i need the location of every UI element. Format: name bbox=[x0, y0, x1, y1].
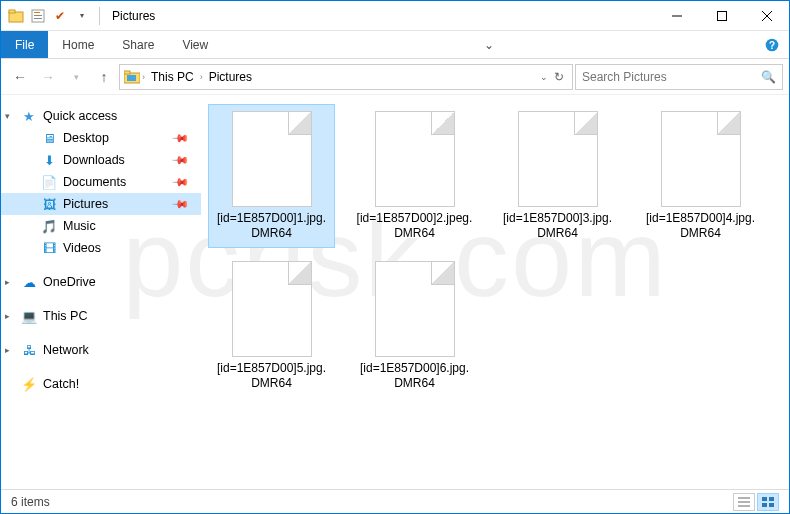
nav-label: Desktop bbox=[63, 131, 109, 145]
nav-label: Documents bbox=[63, 175, 126, 189]
file-name: [id=1E857D00]1.jpg.DMR64 bbox=[209, 211, 334, 247]
tab-view[interactable]: View bbox=[168, 31, 222, 58]
star-icon: ★ bbox=[21, 108, 37, 124]
pin-icon: 📌 bbox=[170, 150, 189, 169]
nav-desktop[interactable]: 🖥 Desktop 📌 bbox=[1, 127, 201, 149]
nav-label: Quick access bbox=[43, 109, 117, 123]
file-item[interactable]: [id=1E857D00]3.jpg.DMR64 bbox=[495, 105, 620, 247]
item-count: 6 items bbox=[11, 495, 50, 509]
svg-rect-19 bbox=[769, 497, 774, 501]
nav-videos[interactable]: 🎞 Videos bbox=[1, 237, 201, 259]
title-bar: ✔ ▾ Pictures bbox=[1, 1, 789, 31]
expand-ribbon-icon[interactable]: ⌄ bbox=[474, 31, 504, 58]
file-name: [id=1E857D00]2.jpeg.DMR64 bbox=[352, 211, 477, 247]
file-name: [id=1E857D00]4.jpg.DMR64 bbox=[638, 211, 763, 247]
ribbon: File Home Share View ⌄ ? bbox=[1, 31, 789, 59]
qat-check-icon[interactable]: ✔ bbox=[51, 7, 69, 25]
details-view-button[interactable] bbox=[733, 493, 755, 511]
file-thumb-icon bbox=[375, 111, 455, 207]
help-icon[interactable]: ? bbox=[755, 31, 789, 58]
nav-label: OneDrive bbox=[43, 275, 96, 289]
nav-catch[interactable]: ⚡ Catch! bbox=[1, 373, 201, 395]
documents-icon: 📄 bbox=[41, 174, 57, 190]
folder-icon bbox=[124, 69, 140, 85]
network-icon: 🖧 bbox=[21, 342, 37, 358]
chevron-right-icon[interactable]: ▸ bbox=[5, 277, 10, 287]
pin-icon: 📌 bbox=[170, 172, 189, 191]
crumb-sep: › bbox=[200, 72, 203, 82]
chevron-right-icon[interactable]: ▸ bbox=[5, 311, 10, 321]
refresh-icon[interactable]: ↻ bbox=[554, 70, 564, 84]
file-item[interactable]: [id=1E857D00]1.jpg.DMR64 bbox=[209, 105, 334, 247]
file-name: [id=1E857D00]5.jpg.DMR64 bbox=[209, 361, 334, 397]
svg-rect-3 bbox=[34, 12, 40, 13]
music-icon: 🎵 bbox=[41, 218, 57, 234]
tab-home[interactable]: Home bbox=[48, 31, 108, 58]
nav-downloads[interactable]: ⬇ Downloads 📌 bbox=[1, 149, 201, 171]
file-item[interactable]: [id=1E857D00]2.jpeg.DMR64 bbox=[352, 105, 477, 247]
file-name: [id=1E857D00]3.jpg.DMR64 bbox=[495, 211, 620, 247]
properties-icon[interactable] bbox=[29, 7, 47, 25]
svg-rect-4 bbox=[34, 15, 42, 16]
tab-file[interactable]: File bbox=[1, 31, 48, 58]
forward-button[interactable]: → bbox=[35, 64, 61, 90]
thumbnails-view-button[interactable] bbox=[757, 493, 779, 511]
file-item[interactable]: [id=1E857D00]4.jpg.DMR64 bbox=[638, 105, 763, 247]
nav-label: This PC bbox=[43, 309, 87, 323]
crumb-pictures[interactable]: Pictures bbox=[205, 70, 256, 84]
videos-icon: 🎞 bbox=[41, 240, 57, 256]
chevron-down-icon[interactable]: ▾ bbox=[5, 111, 10, 121]
svg-rect-21 bbox=[769, 503, 774, 507]
close-button[interactable] bbox=[744, 1, 789, 30]
desktop-icon: 🖥 bbox=[41, 130, 57, 146]
minimize-button[interactable] bbox=[654, 1, 699, 30]
chevron-right-icon[interactable]: ▸ bbox=[5, 345, 10, 355]
file-name: [id=1E857D00]6.jpg.DMR64 bbox=[352, 361, 477, 397]
up-button[interactable]: ↑ bbox=[91, 64, 117, 90]
crumb-this-pc[interactable]: This PC bbox=[147, 70, 198, 84]
status-bar: 6 items bbox=[1, 489, 789, 513]
pin-icon: 📌 bbox=[170, 194, 189, 213]
file-thumb-icon bbox=[375, 261, 455, 357]
crumb-sep: › bbox=[142, 72, 145, 82]
breadcrumb[interactable]: › This PC › Pictures ⌄ ↻ bbox=[119, 64, 573, 90]
recent-dropdown[interactable]: ▾ bbox=[63, 64, 89, 90]
nav-onedrive[interactable]: ▸ ☁ OneDrive bbox=[1, 271, 201, 293]
back-button[interactable]: ← bbox=[7, 64, 33, 90]
qat-dropdown-icon[interactable]: ▾ bbox=[73, 7, 91, 25]
downloads-icon: ⬇ bbox=[41, 152, 57, 168]
file-thumb-icon bbox=[232, 261, 312, 357]
app-icon bbox=[7, 7, 25, 25]
cloud-icon: ☁ bbox=[21, 274, 37, 290]
nav-label: Downloads bbox=[63, 153, 125, 167]
nav-this-pc[interactable]: ▸ 💻 This PC bbox=[1, 305, 201, 327]
search-placeholder: Search Pictures bbox=[582, 70, 667, 84]
navigation-pane: ▾ ★ Quick access 🖥 Desktop 📌 ⬇ Downloads… bbox=[1, 95, 201, 489]
pc-icon: 💻 bbox=[21, 308, 37, 324]
search-icon: 🔍 bbox=[761, 70, 776, 84]
maximize-button[interactable] bbox=[699, 1, 744, 30]
address-dropdown-icon[interactable]: ⌄ bbox=[540, 72, 548, 82]
nav-music[interactable]: 🎵 Music bbox=[1, 215, 201, 237]
svg-rect-5 bbox=[34, 18, 42, 19]
svg-rect-18 bbox=[762, 497, 767, 501]
svg-rect-14 bbox=[127, 75, 136, 81]
nav-network[interactable]: ▸ 🖧 Network bbox=[1, 339, 201, 361]
svg-text:?: ? bbox=[769, 40, 775, 51]
nav-pictures[interactable]: 🖼 Pictures 📌 bbox=[1, 193, 201, 215]
separator bbox=[99, 7, 100, 25]
search-input[interactable]: Search Pictures 🔍 bbox=[575, 64, 783, 90]
pictures-icon: 🖼 bbox=[41, 196, 57, 212]
window-title: Pictures bbox=[112, 9, 155, 23]
svg-rect-20 bbox=[762, 503, 767, 507]
catch-icon: ⚡ bbox=[21, 376, 37, 392]
pin-icon: 📌 bbox=[170, 128, 189, 147]
file-thumb-icon bbox=[661, 111, 741, 207]
nav-quick-access[interactable]: ▾ ★ Quick access bbox=[1, 105, 201, 127]
file-item[interactable]: [id=1E857D00]6.jpg.DMR64 bbox=[352, 255, 477, 397]
file-item[interactable]: [id=1E857D00]5.jpg.DMR64 bbox=[209, 255, 334, 397]
file-thumb-icon bbox=[518, 111, 598, 207]
nav-label: Network bbox=[43, 343, 89, 357]
nav-documents[interactable]: 📄 Documents 📌 bbox=[1, 171, 201, 193]
tab-share[interactable]: Share bbox=[108, 31, 168, 58]
